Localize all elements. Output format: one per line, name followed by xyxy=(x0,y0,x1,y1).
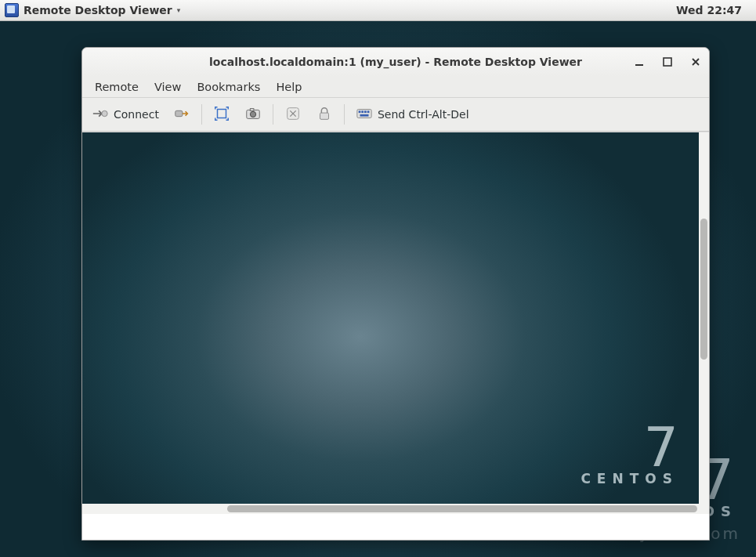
appmenu-button[interactable]: Remote Desktop Viewer ▾ xyxy=(0,0,185,20)
svg-rect-3 xyxy=(175,110,183,116)
remote-framebuffer[interactable]: 7 CENTOS xyxy=(82,132,700,504)
app-window: localhost.localdomain:1 (my_user) - Remo… xyxy=(81,47,710,541)
remote-wallpaper-brand: 7 CENTOS xyxy=(581,425,678,486)
connect-label: Connect xyxy=(114,108,159,121)
scaling-button[interactable] xyxy=(280,102,306,127)
appmenu-label: Remote Desktop Viewer xyxy=(24,4,172,16)
remote-os-name: CENTOS xyxy=(581,471,678,486)
scroll-corner xyxy=(699,504,709,514)
svg-point-6 xyxy=(250,111,255,117)
menu-help[interactable]: Help xyxy=(269,79,308,95)
window-maximize-button[interactable] xyxy=(660,55,675,69)
window-titlebar[interactable]: localhost.localdomain:1 (my_user) - Remo… xyxy=(82,48,709,76)
screenshot-button[interactable] xyxy=(240,102,266,127)
window-minimize-button[interactable] xyxy=(632,55,646,69)
disconnect-button[interactable] xyxy=(168,102,195,127)
clock-label[interactable]: Wed 22:47 xyxy=(676,4,756,16)
svg-rect-9 xyxy=(320,113,328,119)
svg-rect-13 xyxy=(364,110,367,113)
connect-icon xyxy=(92,105,109,125)
keyboard-icon xyxy=(356,105,373,125)
window-close-button[interactable] xyxy=(689,55,703,69)
svg-rect-1 xyxy=(664,58,671,66)
chevron-down-icon: ▾ xyxy=(177,6,181,14)
horizontal-scroll-thumb[interactable] xyxy=(227,505,697,512)
disconnect-icon xyxy=(173,105,190,125)
content-area: 7 CENTOS xyxy=(82,132,709,540)
send-cad-label: Send Ctrl-Alt-Del xyxy=(378,108,469,121)
send-ctrl-alt-del-button[interactable]: Send Ctrl-Alt-Del xyxy=(351,102,474,127)
toolbar-separator xyxy=(201,104,202,125)
horizontal-scrollbar[interactable] xyxy=(82,504,700,514)
connect-button[interactable]: Connect xyxy=(87,102,164,127)
svg-rect-12 xyxy=(361,110,364,113)
gnome-top-panel: Remote Desktop Viewer ▾ Wed 22:47 xyxy=(0,0,756,21)
remote-desktop-viewer-icon xyxy=(5,3,19,17)
svg-rect-0 xyxy=(635,64,643,66)
menu-bookmarks[interactable]: Bookmarks xyxy=(190,79,266,95)
lock-icon xyxy=(316,105,333,125)
vertical-scroll-thumb[interactable] xyxy=(700,219,707,360)
content-blank-area xyxy=(82,514,709,540)
menubar: Remote View Bookmarks Help xyxy=(82,76,709,97)
svg-point-2 xyxy=(102,110,107,116)
toolbar: Connect xyxy=(82,97,709,132)
svg-rect-10 xyxy=(357,109,371,118)
svg-rect-7 xyxy=(250,108,254,110)
fullscreen-button[interactable] xyxy=(208,102,235,127)
svg-rect-4 xyxy=(217,109,226,118)
camera-icon xyxy=(244,105,262,125)
vertical-scrollbar[interactable] xyxy=(699,132,709,504)
svg-rect-15 xyxy=(360,114,368,116)
fullscreen-icon xyxy=(213,105,230,125)
readonly-button[interactable] xyxy=(311,102,338,127)
menu-view[interactable]: View xyxy=(148,79,187,95)
svg-rect-11 xyxy=(359,110,361,113)
remote-version-number: 7 xyxy=(581,425,678,469)
window-title: localhost.localdomain:1 (my_user) - Remo… xyxy=(82,56,709,68)
toolbar-separator xyxy=(273,104,273,125)
toolbar-separator xyxy=(344,104,345,125)
scaling-icon xyxy=(284,105,302,125)
svg-rect-14 xyxy=(367,110,370,113)
menu-remote[interactable]: Remote xyxy=(89,79,145,95)
